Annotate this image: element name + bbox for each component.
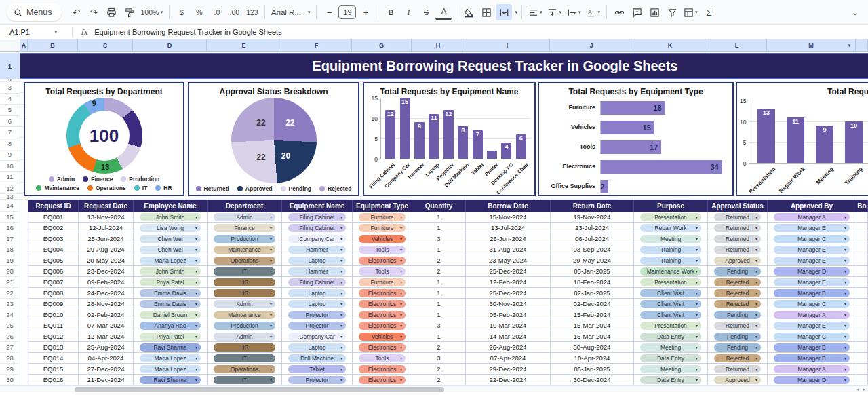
pill-department[interactable]: HR▾ [214,278,275,286]
chart-card-equipment-name-bars[interactable]: Total Requests by Equipment Name15105012… [363,82,536,196]
pill-approval-status[interactable]: Returned▾ [714,322,761,330]
pill-department[interactable]: Maintenance▾ [214,246,275,254]
pill-approved-by[interactable]: Manager E▾ [774,257,850,265]
decrease-font-size-button[interactable]: − [321,4,337,20]
pill-employee-name[interactable]: Priya Patel▾ [140,333,201,341]
pill-department[interactable]: Operations▾ [214,257,275,265]
bold-button[interactable]: B [382,4,399,20]
pill-equipment-type[interactable]: Electronics▾ [359,376,406,384]
pill-equipment-type[interactable]: Electronics▾ [359,365,406,373]
pill-approved-by[interactable]: Manager A▾ [774,311,850,319]
horizontal-scrollbar[interactable]: ◂▸ [0,385,868,392]
pill-purpose[interactable]: Meeting▾ [640,365,701,373]
format-percent-button[interactable]: % [191,4,208,20]
horizontal-align-button[interactable]: ▾ [526,4,545,20]
pill-equipment-name[interactable]: Company Car▾ [288,333,346,341]
fill-color-button[interactable] [460,4,477,20]
column-header-C[interactable]: C [78,39,133,51]
text-color-button[interactable]: A [435,4,452,20]
pill-approval-status[interactable]: Returned▾ [714,235,761,243]
row-header-27[interactable]: 27 [0,342,20,353]
pill-department[interactable]: HR▾ [214,289,275,297]
pill-purpose[interactable]: Presentation▾ [640,278,701,286]
row-header-30[interactable]: 30 [0,375,20,385]
pill-equipment-name[interactable]: Projector▾ [288,322,346,330]
pill-approval-status[interactable]: Returned▾ [714,213,761,221]
row-header-17[interactable]: 17 [0,233,20,244]
paint-format-button[interactable] [121,4,138,20]
column-header-M[interactable]: M [767,39,856,51]
pill-employee-name[interactable]: Lisa Wong▾ [140,224,201,232]
table-views-button[interactable]: ▾ [682,4,700,20]
column-header-I[interactable]: I [465,39,550,51]
chart-card-department-donut[interactable]: Total Requests by Department100913AdminF… [24,82,184,196]
pill-employee-name[interactable]: Maria Lopez▾ [140,257,201,265]
strikethrough-button[interactable]: S [418,4,434,20]
pill-equipment-type[interactable]: Furniture▾ [359,278,406,286]
vertical-align-button[interactable]: ▾ [545,4,564,20]
pill-employee-name[interactable]: John Smith▾ [140,267,201,276]
pill-approval-status[interactable]: Returned▾ [714,224,761,232]
row-header-22[interactable]: 22 [0,288,20,299]
pill-purpose[interactable]: Training▾ [640,257,701,265]
row-header-16[interactable]: 16 [0,223,20,233]
pill-equipment-name[interactable]: Filing Cabinet▾ [288,213,346,221]
formula-input[interactable]: Equipment Borrowing Request Tracker in G… [94,28,281,36]
column-header-J[interactable]: J [550,39,633,51]
pill-purpose[interactable]: Maintenance Work▾ [640,267,701,276]
pill-equipment-type[interactable]: Electronics▾ [359,289,406,297]
row-header-14[interactable]: 14 [0,200,20,212]
pill-equipment-type[interactable]: Electronics▾ [359,311,406,319]
row-header-5[interactable]: 5 [0,105,20,116]
pill-department[interactable]: Finance▾ [214,224,275,232]
pill-purpose[interactable]: Training▾ [640,246,701,254]
redo-button[interactable]: ↷ [86,4,102,20]
pill-equipment-name[interactable]: Projector▾ [288,311,346,319]
pill-approved-by[interactable]: Manager C▾ [774,300,850,308]
pill-equipment-name[interactable]: Hammer▾ [288,246,346,254]
insert-chart-button[interactable] [646,4,663,20]
pill-employee-name[interactable]: Emma Davis▾ [140,300,201,308]
pill-equipment-name[interactable]: Laptop▾ [288,289,346,297]
pill-purpose[interactable]: Data Entry▾ [640,354,701,362]
pill-approved-by[interactable]: Manager D▾ [774,376,850,384]
italic-button[interactable]: I [400,4,416,20]
pill-equipment-type[interactable]: Tools▾ [359,246,406,254]
pill-equipment-type[interactable]: Furniture▾ [359,213,406,221]
column-header-B[interactable]: B [28,39,78,51]
pill-equipment-name[interactable]: Hammer▾ [288,267,346,276]
pill-purpose[interactable]: Presentation▾ [640,322,701,330]
column-header-F[interactable]: F [281,39,352,51]
pill-equipment-type[interactable]: Electronics▾ [359,257,406,265]
pill-approval-status[interactable]: Pending▾ [714,333,761,341]
row-header-29[interactable]: 29 [0,364,20,375]
pill-purpose[interactable]: Data Entry▾ [640,376,701,384]
pill-department[interactable]: Admin▾ [214,333,275,341]
row-header-10[interactable]: 10 [0,161,20,172]
increase-decimal-button[interactable]: .00 [226,4,243,20]
pill-purpose[interactable]: Repair Work▾ [640,224,701,232]
pill-department[interactable]: Admin▾ [214,213,275,221]
column-header-D[interactable]: D [133,39,207,51]
pill-approval-status[interactable]: Approved▾ [714,376,761,384]
row-header-28[interactable]: 28 [0,353,20,364]
name-box[interactable]: A1:P1 ▾ [0,28,62,36]
pill-approved-by[interactable]: Manager C▾ [774,235,850,243]
row-header-25[interactable]: 25 [0,320,20,331]
column-header-end[interactable] [856,39,868,51]
pill-department[interactable]: Operations▾ [214,365,275,373]
menus-button[interactable]: Menus [7,3,62,21]
merge-cells-button[interactable] [496,4,512,20]
pill-employee-name[interactable]: Chen Wei▾ [140,246,201,254]
text-wrap-button[interactable]: ▾ [565,4,583,20]
pill-purpose[interactable]: Client Visit▾ [640,289,701,297]
pill-approval-status[interactable]: Rejected▾ [714,289,761,297]
column-header-A[interactable]: A [20,39,28,51]
pill-approval-status[interactable]: Approved▾ [714,257,761,265]
pill-equipment-name[interactable]: Projector▾ [288,376,346,384]
pill-employee-name[interactable]: Ravi Sharma▾ [140,343,201,352]
merge-dropdown-arrow[interactable]: ▾ [515,10,517,15]
pill-equipment-name[interactable]: Tablet▾ [288,365,346,373]
pill-approval-status[interactable]: Pending▾ [714,311,761,319]
column-header-E[interactable]: E [207,39,281,51]
